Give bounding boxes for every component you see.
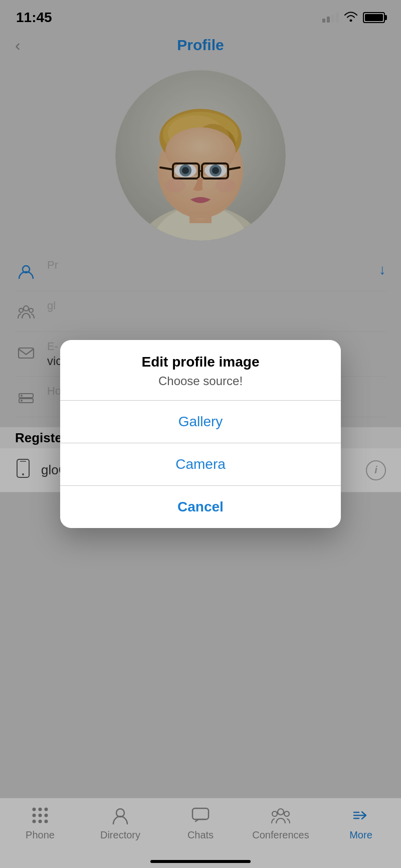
gallery-button[interactable]: Gallery [60,401,341,443]
modal-title: Edit profile image [75,354,326,370]
modal-header: Edit profile image Choose source! [60,340,341,400]
modal-subtitle: Choose source! [75,374,326,388]
edit-profile-image-modal: Edit profile image Choose source! Galler… [60,340,341,528]
camera-button[interactable]: Camera [60,443,341,485]
modal-overlay: Edit profile image Choose source! Galler… [0,0,401,868]
cancel-button[interactable]: Cancel [60,486,341,528]
